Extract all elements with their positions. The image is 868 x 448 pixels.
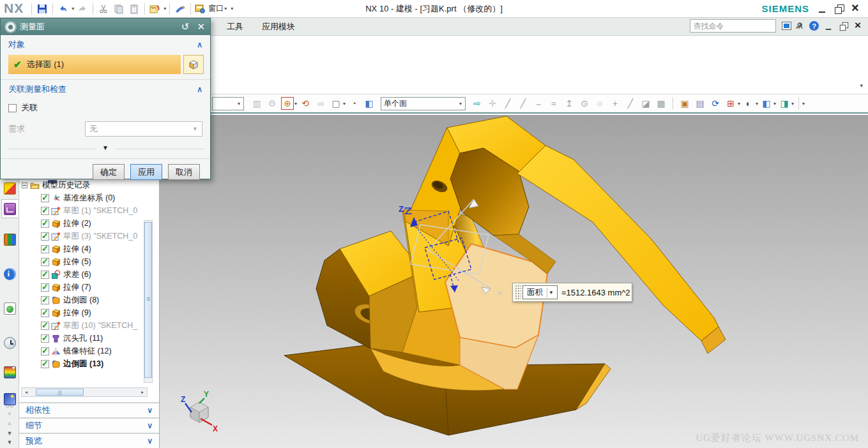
undo-icon[interactable] <box>56 2 70 16</box>
associative-checkbox[interactable] <box>8 104 17 112</box>
menu-tools[interactable]: 工具 <box>220 18 250 36</box>
dialog-close-icon[interactable]: ✕ <box>197 21 205 33</box>
expand-icon[interactable]: ∨ <box>147 421 153 430</box>
measurement-type-combo[interactable]: 面积 ▼ <box>522 285 558 299</box>
graphics-viewport[interactable]: × Z Z Y X <box>160 115 868 448</box>
shaded-style-icon-dropdown[interactable]: ▾ <box>756 101 758 107</box>
tree-item-11[interactable]: 草图 (10) "SKETCH_ <box>19 319 142 332</box>
select-face-field[interactable]: ✔ 选择面 (1) <box>8 55 181 74</box>
feature-checkbox[interactable] <box>41 334 49 343</box>
ok-button[interactable]: 确定 <box>93 164 125 180</box>
snap-center-icon[interactable]: ⊙ <box>578 97 591 110</box>
assembly-constraints-icon[interactable]: ▥ <box>250 97 263 110</box>
tree-item-12[interactable]: 沉头孔 (11) <box>19 332 142 345</box>
feature-checkbox[interactable] <box>41 296 49 304</box>
save-icon[interactable] <box>35 2 49 16</box>
dialog-reset-icon[interactable]: ↺ <box>181 21 190 33</box>
expand-icon[interactable]: ∨ <box>147 406 153 415</box>
tree-item-1[interactable]: 基准坐标系 (0) <box>19 191 142 204</box>
snap-midpoint-icon[interactable]: ╱ <box>517 97 529 110</box>
selbar-overflow[interactable]: ▾ <box>802 101 805 107</box>
dialog-titlebar[interactable]: 测量面 ↺ ✕ <box>1 19 210 35</box>
paste-icon[interactable] <box>127 2 141 16</box>
undo-dropdown-icon[interactable]: ▾ <box>72 6 74 11</box>
fit-view-icon-dropdown[interactable]: ▾ <box>738 101 740 107</box>
point-dialog-icon[interactable]: ⟲ <box>299 97 312 110</box>
web-browser-icon[interactable] <box>1 299 18 318</box>
materials-icon[interactable] <box>1 362 18 382</box>
window-dropdown-icon[interactable]: ▾ <box>224 6 227 11</box>
navigator-section-1[interactable]: 相依性∨ <box>19 402 159 417</box>
qat-overflow-icon[interactable]: ▾ <box>231 6 233 11</box>
tree-item-3[interactable]: 拉伸 (2) <box>19 217 142 230</box>
expander-icon[interactable]: ▼ <box>96 144 115 151</box>
model-3d-view[interactable]: × Z Z Y X <box>160 115 868 448</box>
feature-checkbox[interactable] <box>41 347 49 355</box>
feature-checkbox[interactable] <box>41 309 49 317</box>
redo-icon[interactable] <box>75 2 89 16</box>
feature-checkbox[interactable] <box>41 271 49 279</box>
part-navigator-icon[interactable] <box>1 199 18 218</box>
apply-button[interactable]: 应用 <box>130 164 162 180</box>
minimize-ribbon-icon[interactable]: ∧ <box>797 21 803 31</box>
feature-checkbox[interactable] <box>41 232 49 241</box>
tree-horizontal-scrollbar[interactable]: ◂ ||| ▸ <box>21 387 148 397</box>
highlight-face-icon[interactable]: ◔ <box>347 97 360 110</box>
move-handles-icon[interactable]: ✛ <box>486 97 499 110</box>
cancel-button[interactable]: 取消 <box>168 164 200 180</box>
tree-item-7[interactable]: 求差 (6) <box>19 268 142 281</box>
feature-checkbox[interactable] <box>41 322 49 330</box>
snap-point-on-line-icon[interactable]: ╱ <box>624 97 637 110</box>
collapse-node-icon[interactable] <box>22 183 27 188</box>
feature-checkbox[interactable] <box>41 207 49 215</box>
requirement-combo[interactable]: 无 ▼ <box>85 121 202 137</box>
orient-view-icon[interactable]: ◧ <box>760 97 773 110</box>
visual-effects-icon[interactable] <box>1 389 18 408</box>
marquee-select-icon[interactable]: ▢ <box>330 97 342 110</box>
window-menu[interactable]: 窗口 ▾ ▾ <box>195 3 234 14</box>
tree-item-8[interactable]: 拉伸 (7) <box>19 281 142 294</box>
snap-point-filter-icon-dropdown[interactable]: ▾ <box>294 101 297 107</box>
tree-item-10[interactable]: 拉伸 (9) <box>19 306 142 319</box>
snap-vertex-icon[interactable]: ↥ <box>563 97 575 110</box>
selection-scope-combo[interactable]: 单个面▾ <box>381 97 466 110</box>
reuse-library-icon[interactable] <box>1 230 18 249</box>
hscroll-thumb[interactable]: ||| <box>36 389 84 396</box>
minimize-button[interactable] <box>818 4 827 13</box>
type-filter-combo[interactable]: ▾ <box>212 97 244 110</box>
fit-view-icon[interactable]: ⊞ <box>724 97 737 110</box>
snap-polyline-icon[interactable]: ≈ <box>547 97 560 110</box>
scroll-right-icon[interactable]: ▸ <box>138 389 147 395</box>
snap-curve-icon[interactable]: ⌣ <box>532 97 545 110</box>
fullscreen-icon[interactable] <box>782 22 791 30</box>
face-selection-button[interactable] <box>183 55 204 74</box>
feature-checkbox[interactable] <box>41 258 49 266</box>
feature-checkbox[interactable] <box>41 220 49 228</box>
snap-point-filter-icon[interactable]: ⊕ <box>281 97 294 110</box>
tree-item-6[interactable]: 拉伸 (5) <box>19 255 142 268</box>
feature-checkbox[interactable] <box>41 245 49 253</box>
snap-endpoint-icon[interactable]: ╱ <box>501 97 514 110</box>
measure-dropdown-icon[interactable]: ▾ <box>164 6 166 11</box>
zoom-window-icon[interactable]: ▣ <box>678 97 691 110</box>
menu-application[interactable]: 应用模块 <box>255 18 301 36</box>
collapse-icon[interactable]: ∧ <box>197 40 202 49</box>
ribbon-overflow-icon[interactable]: ▾ <box>860 82 863 89</box>
associative-checkbox-row[interactable]: 关联 <box>1 98 210 116</box>
internet-explorer-icon[interactable] <box>1 264 18 283</box>
reverse-direction-icon[interactable]: ⇨ <box>471 97 483 110</box>
search-input[interactable] <box>690 22 795 31</box>
tree-item-13[interactable]: 镜像特征 (12) <box>19 345 142 357</box>
marquee-select-icon-dropdown[interactable]: ▾ <box>343 101 346 107</box>
cut-icon[interactable] <box>96 2 110 16</box>
orient-view-icon-dropdown[interactable]: ▾ <box>773 101 776 107</box>
render-style-icon[interactable]: ◨ <box>778 97 791 110</box>
scroll-down2-icon[interactable]: ▼ <box>0 439 19 445</box>
rotate-view-icon[interactable]: ⟳ <box>709 97 722 110</box>
expand-icon[interactable]: ∨ <box>147 437 153 445</box>
window-minimize-icon[interactable] <box>825 22 834 31</box>
tree-root-model-history[interactable]: 模型历史记录 <box>19 179 142 191</box>
navigator-section-3[interactable]: 预览∨ <box>19 433 159 448</box>
move-component-icon[interactable]: ⚙ <box>266 97 278 110</box>
feature-checkbox[interactable] <box>41 194 49 202</box>
